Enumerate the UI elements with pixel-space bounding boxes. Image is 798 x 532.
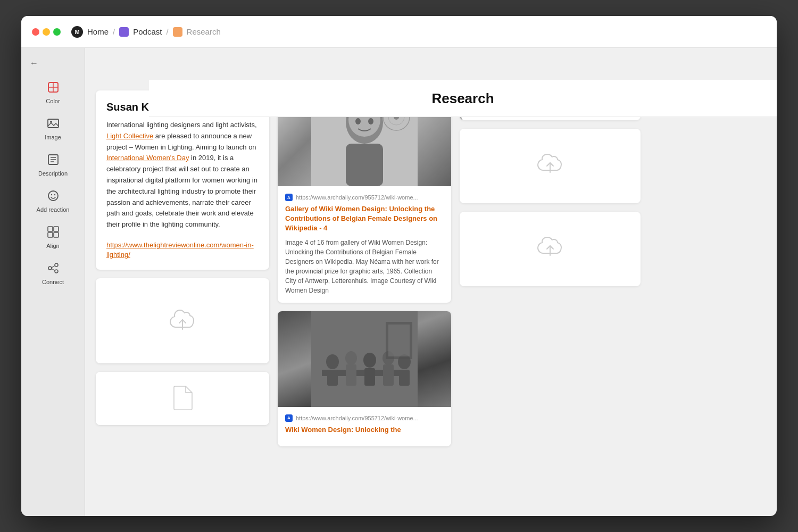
svg-point-35 <box>345 351 357 365</box>
sidebar-item-color[interactable]: Color <box>21 73 85 110</box>
intl-womens-day-link[interactable]: International Women's Day <box>106 154 189 162</box>
breadcrumb-home[interactable]: Home <box>87 27 109 36</box>
svg-point-27 <box>368 118 373 124</box>
svg-rect-38 <box>364 368 375 386</box>
svg-line-19 <box>52 266 55 268</box>
sidebar-item-connect[interactable]: Connect <box>21 254 85 290</box>
article-image-2 <box>278 311 451 407</box>
sidebar-item-add-reaction[interactable]: Add reaction <box>21 182 85 218</box>
favicon-2: A <box>285 414 293 422</box>
image-icon <box>45 115 62 132</box>
upload-card-right-2[interactable] <box>460 212 641 286</box>
upload-placeholder-1 <box>168 309 197 332</box>
breadcrumb-sep-1: / <box>113 27 115 36</box>
svg-point-16 <box>48 267 52 270</box>
light-collective-link[interactable]: Light Collective <box>106 132 153 140</box>
sidebar: ← Color <box>21 48 85 516</box>
file-icon <box>172 385 193 412</box>
article-desc-1: Image 4 of 16 from gallery of Wiki Women… <box>285 238 444 295</box>
article-card-1: A https://www.archdaily.com/955712/wiki-… <box>278 90 451 303</box>
svg-point-11 <box>54 194 55 195</box>
sidebar-item-description[interactable]: Description <box>21 146 85 182</box>
fullscreen-button[interactable] <box>53 28 61 36</box>
connect-icon <box>45 260 62 277</box>
content-scroll: Susan Kane International lighting design… <box>85 48 777 516</box>
description-icon <box>45 151 62 168</box>
titlebar: homeM Home / Podcast / Research <box>21 16 777 48</box>
app-icon: homeM <box>71 26 83 38</box>
svg-point-17 <box>55 263 58 267</box>
svg-point-9 <box>48 191 58 201</box>
article-title-1[interactable]: Gallery of Wiki Women Design: Unlocking … <box>285 204 444 234</box>
connect-label: Connect <box>42 279 64 285</box>
close-button[interactable] <box>32 28 39 36</box>
svg-rect-15 <box>54 232 59 237</box>
susan-kane-card: Susan Kane International lighting design… <box>96 90 269 270</box>
thelightreview-link[interactable]: https://www.thelightreviewonline.com/wom… <box>106 241 254 259</box>
svg-rect-13 <box>54 227 59 231</box>
breadcrumb-sep-2: / <box>166 27 168 36</box>
align-label: Align <box>46 243 59 249</box>
svg-point-26 <box>355 118 361 124</box>
svg-rect-40 <box>383 364 394 386</box>
article-card-1-body: A https://www.archdaily.com/955712/wiki-… <box>278 186 451 303</box>
add-reaction-icon <box>45 187 62 204</box>
column-1: Susan Kane International lighting design… <box>96 90 269 505</box>
align-icon <box>45 223 62 240</box>
page-title: Research <box>149 90 777 107</box>
svg-rect-14 <box>48 232 53 237</box>
article-card-2: A https://www.archdaily.com/955712/wiki-… <box>278 311 451 446</box>
add-reaction-label: Add reaction <box>37 206 70 213</box>
card-body: International lighting designers and lig… <box>106 120 259 230</box>
page-body: ← Color <box>21 48 777 516</box>
page-header: Research <box>149 80 777 117</box>
svg-point-33 <box>326 354 339 369</box>
minimize-button[interactable] <box>43 28 50 36</box>
column-2: A https://www.archdaily.com/955712/wiki-… <box>278 90 451 505</box>
back-button[interactable]: ← <box>21 53 85 73</box>
svg-rect-44 <box>388 325 410 356</box>
breadcrumb: homeM Home / Podcast / Research <box>71 26 221 38</box>
link-panel: 🔗 Enter a link <box>649 90 766 505</box>
svg-line-20 <box>52 269 55 271</box>
breadcrumb-podcast[interactable]: Podcast <box>133 27 162 36</box>
image-label: Image <box>45 134 61 140</box>
upload-card-right-1[interactable] <box>460 129 641 203</box>
svg-rect-36 <box>346 364 356 386</box>
article-url-1: A https://www.archdaily.com/955712/wiki-… <box>285 194 444 201</box>
breadcrumb-research[interactable]: Research <box>187 27 221 36</box>
svg-rect-3 <box>48 119 59 128</box>
traffic-lights <box>32 28 61 36</box>
svg-rect-25 <box>346 144 383 186</box>
svg-rect-34 <box>327 370 338 386</box>
article-url-2: A https://www.archdaily.com/955712/wiki-… <box>285 414 444 422</box>
research-icon <box>173 27 182 37</box>
color-label: Color <box>46 98 60 104</box>
svg-rect-42 <box>399 370 410 386</box>
file-card <box>96 372 269 425</box>
article-card-2-body: A https://www.archdaily.com/955712/wiki-… <box>278 407 451 446</box>
right-panel: "Quote" <box>460 90 641 505</box>
article-title-2[interactable]: Wiki Women Design: Unlocking the <box>285 425 444 435</box>
upload-card-1[interactable] <box>96 278 269 363</box>
svg-rect-12 <box>48 227 53 231</box>
cloud-upload-icon-1 <box>536 154 564 178</box>
svg-point-18 <box>55 270 58 273</box>
description-label: Description <box>38 170 68 177</box>
main-area: Research Susan Kane International lighti… <box>85 48 777 516</box>
podcast-icon <box>119 27 129 37</box>
color-icon <box>45 79 62 96</box>
favicon-1: A <box>285 194 293 201</box>
svg-point-37 <box>363 353 376 368</box>
sidebar-item-image[interactable]: Image <box>21 110 85 146</box>
svg-point-10 <box>51 194 52 195</box>
sidebar-item-align[interactable]: Align <box>21 218 85 254</box>
cloud-upload-icon-2 <box>536 237 564 261</box>
